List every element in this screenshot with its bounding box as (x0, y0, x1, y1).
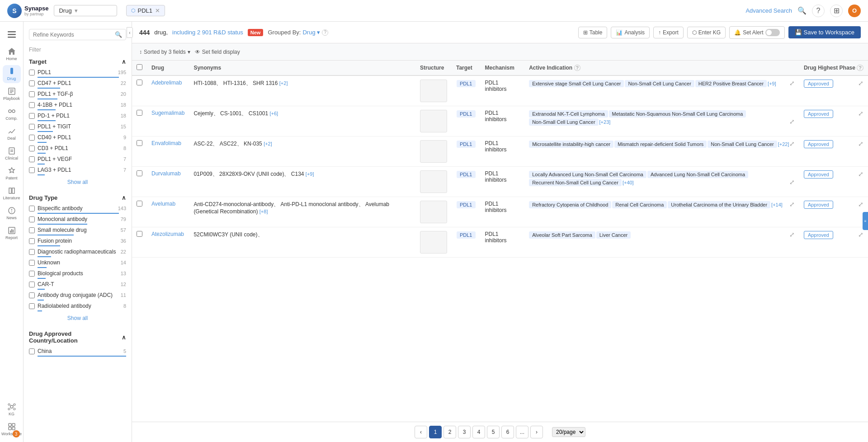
expand-row-icon[interactable]: ⤢ (858, 170, 863, 178)
filter-checkbox[interactable] (29, 271, 35, 277)
collapse-panel-button[interactable]: ‹ (127, 27, 133, 38)
expand-icon[interactable]: ⤢ (789, 80, 795, 87)
save-workspace-button[interactable]: 💾 Save to Workspace (788, 26, 861, 38)
synonym-more[interactable]: [+9] (306, 171, 314, 177)
sidebar-item-clinical[interactable]: Clinical (3, 145, 21, 163)
filter-item[interactable]: LAG3 + PDL1 7 (29, 165, 126, 174)
page-size-select[interactable]: 10/page 20/page 50/page (552, 427, 585, 437)
drug-name-link[interactable]: Envafolimab (151, 140, 181, 146)
filter-drug-type-title[interactable]: Drug Type ∧ (29, 192, 126, 204)
filter-checkbox[interactable] (29, 70, 35, 75)
indication-more[interactable]: [+9] (768, 81, 776, 86)
refine-search-box[interactable]: 🔍 (29, 29, 126, 40)
indication-more[interactable]: [+23] (599, 119, 611, 125)
expand-row-icon[interactable]: ⤢ (858, 140, 863, 147)
sidebar-item-literature[interactable]: Literature (3, 184, 21, 202)
drug-name-link[interactable]: Adebrelimab (151, 80, 182, 86)
filter-item[interactable]: PDL1 + TIGIT 15 (29, 122, 126, 131)
row-checkbox[interactable] (137, 201, 142, 207)
filter-checkbox[interactable] (29, 292, 35, 298)
advanced-search-link[interactable]: Advanced Search (745, 7, 792, 14)
filter-checkbox[interactable] (29, 80, 35, 86)
row-checkbox[interactable] (137, 110, 142, 116)
drug-name-link[interactable]: Sugemalimab (151, 110, 184, 116)
set-field-display-button[interactable]: 👁 Set field display (195, 49, 240, 55)
sidebar-item-deal[interactable]: Deal (3, 125, 21, 143)
expand-icon[interactable]: ⤢ (789, 201, 795, 208)
kg-float-indicator[interactable]: ≡ (863, 212, 868, 230)
synonym-more[interactable]: [+2] (264, 141, 272, 146)
drug-name-link[interactable]: Avelumab (151, 201, 175, 207)
enter-kg-button[interactable]: ⬡ Enter KG (687, 27, 726, 38)
help-icon[interactable]: ? (812, 5, 825, 17)
filter-item[interactable]: China 5 (29, 347, 126, 356)
target-tag[interactable]: PDL1 (457, 80, 476, 87)
next-page-button[interactable]: › (530, 426, 543, 438)
target-show-all[interactable]: Show all (29, 176, 126, 188)
tab-pdl1[interactable]: ⬡ PDL1 ✕ (126, 5, 165, 16)
filter-target-title[interactable]: Target ∧ (29, 56, 126, 68)
filter-item[interactable]: Antibody drug conjugate (ADC) 11 (29, 291, 126, 300)
drug-name-link[interactable]: Durvalumab (151, 170, 181, 177)
sidebar-item-report[interactable]: Report (3, 224, 21, 242)
filter-checkbox[interactable] (29, 238, 35, 244)
filter-checkbox[interactable] (29, 135, 35, 141)
apps-icon[interactable]: ⊞ (830, 5, 843, 17)
target-tag[interactable]: PDL1 (457, 171, 476, 178)
filter-checkbox[interactable] (29, 303, 35, 309)
synonym-more[interactable]: [+8] (259, 209, 268, 214)
app-logo[interactable]: S Synapse by partnap (7, 4, 48, 18)
filter-item[interactable]: CD47 + PDL1 22 (29, 79, 126, 88)
row-checkbox[interactable] (137, 231, 142, 237)
filter-item[interactable]: PD-1 + PDL1 18 (29, 111, 126, 120)
filter-checkbox[interactable] (29, 206, 35, 212)
row-checkbox[interactable] (137, 170, 142, 176)
prev-page-button[interactable]: ‹ (415, 426, 427, 438)
search-type-dropdown[interactable]: Drug ▾ (54, 5, 117, 16)
filter-checkbox[interactable] (29, 167, 35, 173)
filter-checkbox[interactable] (29, 348, 35, 354)
page-6-button[interactable]: 6 (501, 426, 514, 438)
filter-item[interactable]: Radiolabeled antibody 8 (29, 301, 126, 310)
page-3-button[interactable]: 3 (458, 426, 471, 438)
set-alert-button[interactable]: 🔔 Set Alert (729, 26, 784, 39)
sidebar-item-news[interactable]: News (3, 204, 21, 222)
filter-approved-title[interactable]: Drug Approved Country/Location ∧ (29, 328, 126, 347)
sidebar-item-playbook[interactable]: Playbook (3, 85, 21, 103)
target-tag[interactable]: PDL1 (457, 141, 476, 148)
filter-item[interactable]: 4-1BB + PDL1 18 (29, 100, 126, 109)
filter-item[interactable]: CD40 + PDL1 9 (29, 133, 126, 142)
filter-item[interactable]: Bispecific antibody 143 (29, 204, 126, 213)
filter-item[interactable]: Unknown 14 (29, 258, 126, 267)
filter-checkbox[interactable] (29, 124, 35, 130)
filter-checkbox[interactable] (29, 227, 35, 233)
drug-type-show-all[interactable]: Show all (29, 312, 126, 324)
target-tag[interactable]: PDL1 (457, 201, 476, 208)
row-checkbox[interactable] (137, 140, 142, 146)
page-4-button[interactable]: 4 (472, 426, 485, 438)
refine-keywords-input[interactable] (33, 32, 113, 38)
indication-more[interactable]: [+40] (623, 180, 634, 185)
close-icon[interactable]: ✕ (155, 7, 160, 14)
target-tag[interactable]: PDL1 (457, 231, 476, 239)
export-button[interactable]: ↑ Export (653, 27, 684, 38)
expand-row-icon[interactable]: ⤢ (858, 80, 863, 87)
filter-checkbox[interactable] (29, 156, 35, 162)
expand-row-icon[interactable]: ⤢ (858, 231, 863, 238)
row-checkbox[interactable] (137, 80, 142, 85)
expand-icon[interactable]: ⤢ (789, 118, 795, 125)
filter-item[interactable]: Diagnostic radiopharmaceuticals 22 (29, 247, 126, 256)
filter-checkbox[interactable] (29, 91, 35, 97)
indication-more[interactable]: [+14] (771, 202, 783, 207)
grouped-by-value[interactable]: Drug ▾ (302, 29, 320, 36)
synonym-more[interactable]: [+2] (279, 80, 288, 86)
drug-name-link[interactable]: Atezolizumab (151, 231, 184, 237)
expand-icon[interactable]: ⤢ (789, 179, 795, 186)
analysis-view-button[interactable]: 📊 Analysis (611, 27, 650, 38)
sidebar-item-patent[interactable]: Patent (3, 165, 21, 183)
expand-row-icon[interactable]: ⤢ (858, 201, 863, 208)
sidebar-item-home[interactable]: Home (3, 45, 21, 63)
synonym-more[interactable]: [+6] (269, 111, 278, 116)
filter-item[interactable]: CAR-T 12 (29, 280, 126, 289)
table-view-button[interactable]: ⊞ Table (578, 27, 608, 38)
